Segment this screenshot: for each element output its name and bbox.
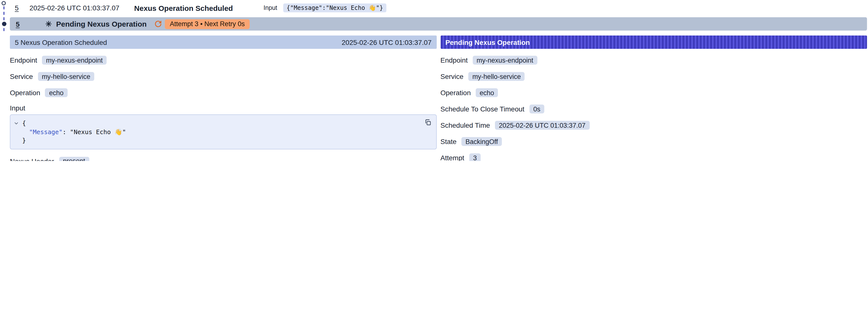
- json-token: :: [62, 128, 70, 135]
- retry-attempt-badge: Attempt 3 • Next Retry 0s: [165, 19, 250, 29]
- field-value-chip: my-nexus-endpoint: [42, 56, 107, 65]
- event-id-link[interactable]: 5: [15, 4, 19, 12]
- field-value-chip: my-hello-service: [38, 72, 94, 81]
- field-label: Operation: [440, 89, 471, 97]
- field-row: State BackingOff: [440, 137, 867, 147]
- pending-operation-row[interactable]: 5 Pending Nexus Operation Attempt 3 • Ne…: [10, 17, 867, 31]
- field-value-chip: 0s: [529, 104, 544, 114]
- field-row: Schedule To Close Timeout 0s: [440, 104, 867, 114]
- json-line: "Message": "Nexus Echo 👋": [10, 127, 416, 136]
- field-label: Operation: [10, 89, 40, 97]
- field-row: Attempt 3: [440, 153, 867, 161]
- event-row[interactable]: 5 2025-02-26 UTC 01:03:37.07 Nexus Opera…: [10, 0, 868, 16]
- copy-icon: [424, 119, 431, 126]
- field-value-chip: 2025-02-26 UTC 01:03:37.07: [495, 121, 589, 130]
- field-label: Attempt: [440, 154, 464, 161]
- json-token: "Message": [29, 128, 62, 135]
- json-token: }: [22, 137, 26, 144]
- field-label: State: [440, 137, 457, 146]
- field-label: Service: [10, 72, 33, 80]
- copy-button[interactable]: [423, 118, 432, 127]
- collapse-chevron-icon[interactable]: [10, 119, 22, 127]
- input-preview-chip: {"Message":"Nexus Echo 👋"}: [283, 3, 386, 12]
- code-gutter: [10, 127, 22, 136]
- field-row: Nexus Header present: [10, 156, 436, 161]
- event-details-panel: 5 Nexus Operation Scheduled 2025-02-26 U…: [10, 35, 436, 161]
- pending-title: Pending Nexus Operation: [56, 20, 147, 28]
- field-label: Endpoint: [10, 56, 37, 64]
- pending-panel-title: Pending Nexus Operation: [445, 38, 530, 46]
- timeline-dot-icon: [2, 22, 6, 26]
- input-label: Input: [264, 4, 277, 11]
- field-row: Scheduled Time 2025-02-26 UTC 01:03:37.0…: [440, 120, 867, 130]
- code-gutter: [10, 136, 22, 145]
- field-label: Service: [440, 72, 463, 80]
- field-label: Endpoint: [440, 56, 468, 64]
- asterisk-icon: [45, 21, 52, 27]
- input-json-viewer: {"Message": "Nexus Echo 👋"}: [10, 115, 436, 149]
- pending-panel-header: Pending Nexus Operation: [440, 35, 867, 49]
- field-value-chip: echo: [45, 88, 68, 97]
- field-label: Nexus Header: [10, 157, 54, 161]
- json-line: {: [10, 119, 416, 127]
- field-value-chip: echo: [476, 88, 498, 97]
- field-row: Endpoint my-nexus-endpoint: [440, 55, 867, 65]
- field-label: Schedule To Close Timeout: [440, 105, 524, 113]
- pending-id-link[interactable]: 5: [16, 20, 20, 28]
- json-line: }: [10, 136, 416, 145]
- app: 5 2025-02-26 UTC 01:03:37.07 Nexus Opera…: [0, 0, 868, 161]
- field-row: Operation echo: [10, 88, 436, 98]
- timeline-node-icon: [1, 1, 6, 5]
- field-value-chip: 3: [469, 153, 481, 161]
- event-panel-header: 5 Nexus Operation Scheduled 2025-02-26 U…: [10, 35, 436, 49]
- timeline-gutter: [0, 0, 10, 34]
- event-timestamp: 2025-02-26 UTC 01:03:37.07: [30, 4, 119, 12]
- input-block-label: Input: [10, 104, 436, 112]
- field-row: Endpoint my-nexus-endpoint: [10, 55, 436, 65]
- pending-details-panel: Pending Nexus Operation Endpoint my-nexu…: [440, 35, 867, 161]
- field-row: Service my-hello-service: [10, 71, 436, 82]
- field-value-chip: my-hello-service: [468, 72, 525, 81]
- field-row: Service my-hello-service: [440, 71, 867, 82]
- retry-icon: [154, 20, 162, 28]
- state-badge: BackingOff: [461, 137, 502, 146]
- field-label: Scheduled Time: [440, 121, 490, 129]
- timeline-dashed-line: [3, 6, 4, 31]
- event-panel-title: 5 Nexus Operation Scheduled: [15, 38, 107, 46]
- json-token: {: [22, 119, 26, 127]
- event-title: Nexus Operation Scheduled: [134, 4, 233, 12]
- field-row: Operation echo: [440, 88, 867, 98]
- json-token: "Nexus Echo 👋": [70, 128, 126, 135]
- event-panel-timestamp: 2025-02-26 UTC 01:03:37.07: [342, 38, 432, 46]
- field-value-chip: my-nexus-endpoint: [473, 56, 537, 65]
- field-value-chip: present: [59, 157, 89, 161]
